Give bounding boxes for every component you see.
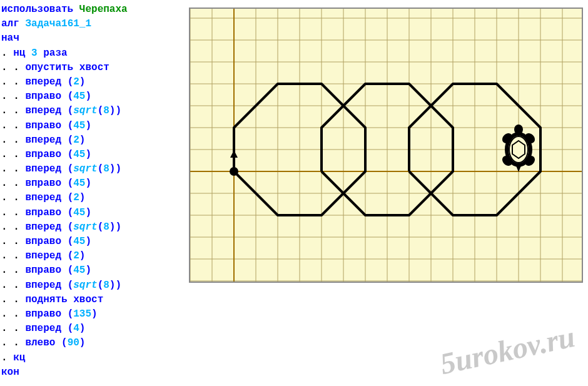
command-forward: вперед xyxy=(25,192,61,203)
code-line: использовать Черепаха xyxy=(1,3,186,17)
command-forward: вперед xyxy=(25,163,61,175)
literal: 45 xyxy=(73,207,85,218)
turtle-canvas xyxy=(189,8,583,283)
literal: 90 xyxy=(68,337,79,348)
code-line: кон xyxy=(1,365,186,380)
svg-point-39 xyxy=(514,124,523,135)
command-right: вправо xyxy=(25,236,61,247)
literal: 135 xyxy=(73,308,91,320)
literal: 45 xyxy=(73,236,85,247)
func-sqrt: sqrt xyxy=(73,105,97,116)
literal: 2 xyxy=(73,76,79,88)
canvas-svg xyxy=(190,9,582,282)
command-right: вправо xyxy=(25,178,61,189)
code-line: . . вперед (2) xyxy=(1,191,186,205)
literal: 45 xyxy=(73,265,85,276)
literal: 8 xyxy=(103,105,109,116)
code-line: . . влево (90) xyxy=(1,336,186,350)
command-forward: вперед xyxy=(25,250,61,262)
code-line: . . вправо (45) xyxy=(1,206,186,220)
command-right: вправо xyxy=(25,308,61,320)
algorithm-name: Задача161_1 xyxy=(25,18,91,29)
keyword-times: раза xyxy=(43,48,67,59)
literal: 8 xyxy=(103,163,109,175)
literal: 2 xyxy=(73,250,79,262)
command-right: вправо xyxy=(25,120,61,131)
func-sqrt: sqrt xyxy=(73,280,97,291)
literal: 2 xyxy=(73,135,79,146)
code-line: . . вперед (sqrt(8)) xyxy=(1,278,186,293)
code-line: . нц 3 раза xyxy=(1,46,186,61)
code-line: . . вправо (135) xyxy=(1,307,186,322)
code-line: . кц xyxy=(1,351,186,365)
code-line: . . вперед (2) xyxy=(1,249,186,263)
literal: 4 xyxy=(73,323,79,334)
module-name: Черепаха xyxy=(79,4,128,15)
command-pen-down: опустить хвост xyxy=(25,62,109,73)
code-line: . . вперед (2) xyxy=(1,133,186,148)
keyword-use: использовать xyxy=(1,4,73,15)
literal: 45 xyxy=(73,178,85,189)
command-right: вправо xyxy=(25,207,61,218)
code-line: . . поднять хвост xyxy=(1,293,186,307)
code-line: нач xyxy=(1,31,186,46)
code-editor: использовать Черепаха алг Задача161_1 на… xyxy=(0,0,188,386)
code-line: . . опустить хвост xyxy=(1,61,186,75)
code-line: . . вправо (45) xyxy=(1,119,186,133)
literal: 8 xyxy=(103,280,109,291)
keyword-begin: нач xyxy=(1,33,19,44)
command-forward: вперед xyxy=(25,76,61,88)
command-right: вправо xyxy=(25,149,61,160)
literal: 2 xyxy=(73,192,79,203)
code-line: . . вперед (sqrt(8)) xyxy=(1,104,186,118)
code-line: . . вперед (sqrt(8)) xyxy=(1,162,186,176)
literal: 45 xyxy=(73,120,85,131)
command-forward: вперед xyxy=(25,323,61,334)
literal: 3 xyxy=(31,48,38,59)
code-line: . . вправо (45) xyxy=(1,263,186,278)
code-line: . . вправо (45) xyxy=(1,148,186,162)
command-right: вправо xyxy=(25,265,61,276)
command-forward: вперед xyxy=(25,280,61,291)
command-forward: вперед xyxy=(25,105,61,116)
code-line: . . вправо (45) xyxy=(1,235,186,249)
code-line: . . вправо (45) xyxy=(1,176,186,191)
func-sqrt: sqrt xyxy=(73,221,97,233)
code-line: . . вперед (4) xyxy=(1,322,186,336)
literal: 45 xyxy=(73,149,85,160)
command-forward: вперед xyxy=(25,135,61,146)
literal: 45 xyxy=(73,91,85,102)
keyword-loop-end: кц xyxy=(13,352,25,363)
code-line: . . вправо (45) xyxy=(1,89,186,104)
literal: 8 xyxy=(103,221,109,233)
code-line: . . вперед (sqrt(8)) xyxy=(1,220,186,235)
code-line: алг Задача161_1 xyxy=(1,17,186,31)
keyword-loop: нц xyxy=(13,48,25,59)
keyword-alg: алг xyxy=(1,18,19,29)
command-right: вправо xyxy=(25,91,61,102)
func-sqrt: sqrt xyxy=(73,163,97,175)
command-left: влево xyxy=(25,337,55,348)
keyword-end: кон xyxy=(1,367,19,378)
code-line: . . вперед (2) xyxy=(1,75,186,89)
command-forward: вперед xyxy=(25,221,61,233)
command-pen-up: поднять хвост xyxy=(25,294,103,305)
